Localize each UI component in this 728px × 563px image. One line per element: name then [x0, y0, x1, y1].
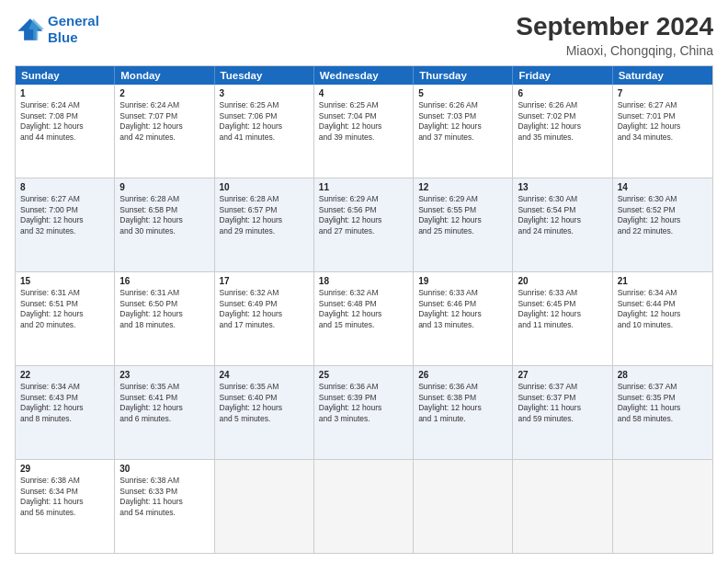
col-thursday: Thursday: [414, 66, 513, 85]
calendar-cell: 29 Sunrise: 6:38 AM Sunset: 6:34 PM Dayl…: [16, 460, 115, 553]
day-number: 21: [618, 275, 708, 288]
sunrise-label: Sunrise: 6:38 AM: [119, 476, 179, 485]
calendar-cell: [414, 460, 513, 553]
calendar-cell: 10 Sunrise: 6:28 AM Sunset: 6:57 PM Dayl…: [215, 178, 314, 271]
sunrise-label: Sunrise: 6:31 AM: [119, 288, 179, 297]
header: General Blue September 2024 Miaoxi, Chon…: [15, 13, 713, 58]
daylight-label: Daylight: 12 hours: [618, 309, 681, 318]
day-number: 5: [418, 87, 507, 100]
calendar-cell: [613, 460, 712, 553]
sunset-label: Sunset: 6:40 PM: [220, 393, 278, 402]
sunset-label: Sunset: 6:43 PM: [20, 393, 78, 402]
daylight-minutes: and 20 minutes.: [20, 320, 75, 329]
calendar-week-5: 29 Sunrise: 6:38 AM Sunset: 6:34 PM Dayl…: [16, 460, 712, 553]
daylight-minutes: and 32 minutes.: [20, 226, 75, 236]
sunset-label: Sunset: 6:44 PM: [618, 299, 676, 308]
day-number: 11: [319, 181, 408, 194]
daylight-label: Daylight: 12 hours: [119, 403, 183, 412]
daylight-minutes: and 44 minutes.: [20, 132, 75, 142]
sunset-label: Sunset: 6:52 PM: [618, 205, 676, 214]
daylight-label: Daylight: 12 hours: [319, 309, 382, 318]
daylight-minutes: and 54 minutes.: [119, 508, 175, 517]
sunrise-label: Sunrise: 6:28 AM: [220, 194, 279, 203]
daylight-label: Daylight: 12 hours: [20, 215, 84, 224]
calendar-cell: 14 Sunrise: 6:30 AM Sunset: 6:52 PM Dayl…: [613, 178, 712, 271]
daylight-minutes: and 30 minutes.: [119, 226, 175, 236]
sunrise-label: Sunrise: 6:35 AM: [119, 382, 179, 391]
calendar-cell: 28 Sunrise: 6:37 AM Sunset: 6:35 PM Dayl…: [613, 366, 712, 459]
daylight-minutes: and 3 minutes.: [319, 414, 370, 423]
sunrise-label: Sunrise: 6:29 AM: [418, 194, 478, 203]
daylight-label: Daylight: 12 hours: [418, 121, 482, 131]
day-number: 12: [418, 181, 507, 194]
calendar-cell: 12 Sunrise: 6:29 AM Sunset: 6:55 PM Dayl…: [414, 178, 513, 271]
day-number: 26: [418, 369, 507, 382]
calendar-cell: 16 Sunrise: 6:31 AM Sunset: 6:50 PM Dayl…: [115, 272, 214, 365]
sunrise-label: Sunrise: 6:24 AM: [20, 100, 80, 109]
daylight-minutes: and 22 minutes.: [618, 226, 673, 236]
sunset-label: Sunset: 7:03 PM: [418, 111, 476, 121]
daylight-minutes: and 6 minutes.: [119, 414, 171, 423]
day-number: 28: [618, 369, 708, 382]
sunrise-label: Sunrise: 6:34 AM: [20, 382, 80, 391]
calendar-cell: 1 Sunrise: 6:24 AM Sunset: 7:08 PM Dayli…: [16, 85, 115, 178]
calendar-cell: 3 Sunrise: 6:25 AM Sunset: 7:06 PM Dayli…: [215, 85, 314, 178]
sunset-label: Sunset: 7:06 PM: [220, 111, 278, 121]
sunrise-label: Sunrise: 6:24 AM: [119, 100, 179, 109]
daylight-label: Daylight: 12 hours: [220, 121, 283, 131]
day-number: 16: [119, 275, 209, 288]
sunrise-label: Sunrise: 6:33 AM: [418, 288, 478, 297]
daylight-minutes: and 29 minutes.: [220, 226, 275, 236]
sunset-label: Sunset: 6:39 PM: [319, 393, 377, 402]
calendar-cell: 26 Sunrise: 6:36 AM Sunset: 6:38 PM Dayl…: [414, 366, 513, 459]
logo-icon: [15, 17, 44, 42]
daylight-label: Daylight: 12 hours: [518, 309, 581, 318]
sunrise-label: Sunrise: 6:27 AM: [20, 194, 80, 203]
daylight-minutes: and 35 minutes.: [518, 132, 573, 142]
daylight-label: Daylight: 12 hours: [618, 215, 681, 224]
day-number: 24: [220, 369, 309, 382]
sunrise-label: Sunrise: 6:26 AM: [418, 100, 478, 109]
daylight-label: Daylight: 11 hours: [20, 497, 84, 506]
col-wednesday: Wednesday: [314, 66, 414, 85]
calendar-header: Sunday Monday Tuesday Wednesday Thursday…: [16, 66, 712, 85]
day-number: 13: [518, 181, 607, 194]
daylight-label: Daylight: 12 hours: [220, 309, 283, 318]
sunrise-label: Sunrise: 6:37 AM: [518, 382, 577, 391]
calendar-cell: [513, 460, 612, 553]
sunrise-label: Sunrise: 6:27 AM: [618, 100, 677, 109]
calendar-cell: 17 Sunrise: 6:32 AM Sunset: 6:49 PM Dayl…: [215, 272, 314, 365]
sunrise-label: Sunrise: 6:26 AM: [518, 100, 577, 109]
col-monday: Monday: [115, 66, 214, 85]
sunrise-label: Sunrise: 6:32 AM: [319, 288, 379, 297]
daylight-label: Daylight: 12 hours: [20, 121, 84, 131]
sunset-label: Sunset: 6:55 PM: [418, 205, 476, 214]
daylight-minutes: and 11 minutes.: [518, 320, 573, 329]
day-number: 19: [418, 275, 507, 288]
calendar-cell: 30 Sunrise: 6:38 AM Sunset: 6:33 PM Dayl…: [115, 460, 214, 553]
logo-line1: General: [48, 13, 99, 29]
day-number: 18: [319, 275, 408, 288]
sunrise-label: Sunrise: 6:35 AM: [220, 382, 279, 391]
sunset-label: Sunset: 6:45 PM: [518, 299, 575, 308]
calendar-cell: 8 Sunrise: 6:27 AM Sunset: 7:00 PM Dayli…: [16, 178, 115, 271]
daylight-minutes: and 41 minutes.: [220, 132, 275, 142]
calendar-cell: 7 Sunrise: 6:27 AM Sunset: 7:01 PM Dayli…: [613, 85, 712, 178]
calendar-cell: 27 Sunrise: 6:37 AM Sunset: 6:37 PM Dayl…: [513, 366, 612, 459]
sunset-label: Sunset: 6:38 PM: [418, 393, 476, 402]
sunset-label: Sunset: 6:35 PM: [618, 393, 676, 402]
sunrise-label: Sunrise: 6:38 AM: [20, 476, 80, 485]
sunrise-label: Sunrise: 6:36 AM: [418, 382, 478, 391]
sunset-label: Sunset: 7:04 PM: [319, 111, 377, 121]
sunset-label: Sunset: 7:07 PM: [119, 111, 177, 121]
calendar: Sunday Monday Tuesday Wednesday Thursday…: [15, 65, 713, 554]
sunrise-label: Sunrise: 6:33 AM: [518, 288, 577, 297]
sunrise-label: Sunrise: 6:34 AM: [618, 288, 677, 297]
sunset-label: Sunset: 6:41 PM: [119, 393, 177, 402]
col-friday: Friday: [513, 66, 612, 85]
calendar-cell: 18 Sunrise: 6:32 AM Sunset: 6:48 PM Dayl…: [314, 272, 414, 365]
day-number: 15: [20, 275, 109, 288]
sunset-label: Sunset: 6:57 PM: [220, 205, 278, 214]
day-number: 1: [20, 87, 109, 100]
sunset-label: Sunset: 6:34 PM: [20, 487, 78, 496]
